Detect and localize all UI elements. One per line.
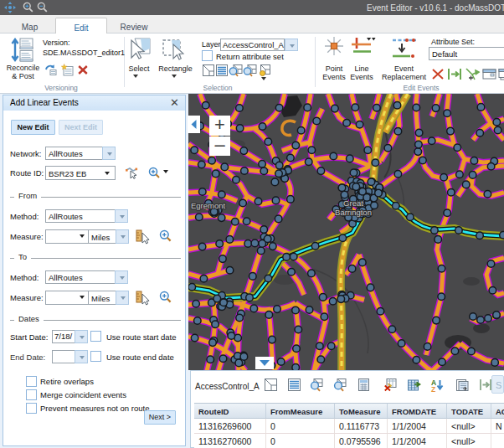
svg-text:Barrington: Barrington	[335, 208, 372, 217]
svg-text:Z: Z	[431, 385, 435, 394]
svg-text:Egremont: Egremont	[191, 201, 226, 210]
svg-text:Great: Great	[343, 198, 363, 208]
